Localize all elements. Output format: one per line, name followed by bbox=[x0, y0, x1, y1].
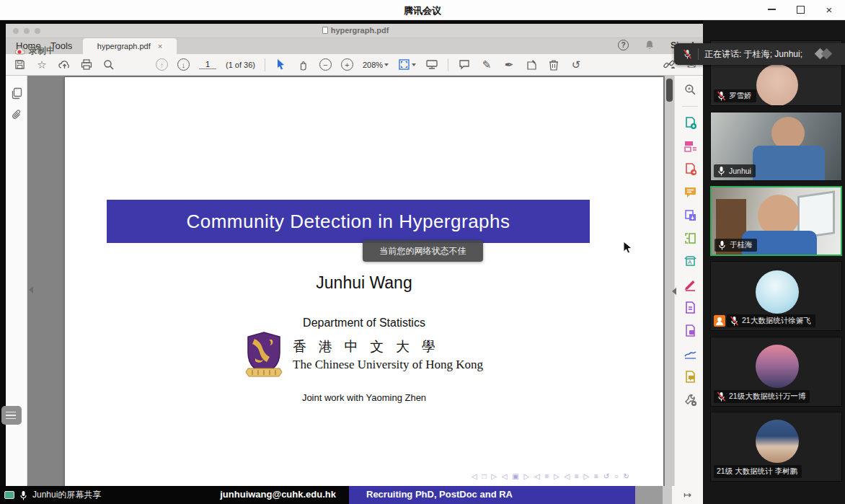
screen-share-icon bbox=[4, 491, 14, 499]
fill-sign-icon[interactable] bbox=[683, 278, 697, 291]
participant-tile[interactable]: 21级大数据统计万一博 bbox=[710, 337, 842, 407]
beamer-navigation[interactable]: ◁ □ ▷ ◁ ▣ ▷ ◁ ≡ ▷ ◁ ≡ ▷ ≡ ↺ ○ ↻ bbox=[472, 472, 631, 480]
banner-divider bbox=[698, 48, 699, 60]
acrobat-titlebar: hypergraph.pdf bbox=[6, 24, 705, 38]
acrobat-tabrow: Home Tools hypergraph.pdf × ? Sign In bbox=[6, 38, 705, 54]
meeting-title: 腾讯会议 bbox=[0, 4, 845, 17]
zoom-in-icon[interactable]: + bbox=[341, 58, 353, 71]
attachments-paperclip-icon[interactable] bbox=[11, 109, 22, 124]
participant-name: 21级大数据统计万一博 bbox=[729, 392, 805, 402]
scan-ocr-icon[interactable] bbox=[683, 231, 697, 245]
participant-tile[interactable]: Junhui bbox=[710, 112, 842, 181]
page-number-input[interactable] bbox=[199, 60, 216, 69]
zoom-level-value: 208% bbox=[363, 61, 383, 69]
previous-page-icon[interactable]: ↑ bbox=[156, 58, 168, 71]
participant-name: 21大数据统计徐箫飞 bbox=[742, 316, 811, 326]
mic-muted-icon bbox=[683, 49, 692, 59]
footline-recruiting-segment: Recruiting PhD, PostDoc and RA bbox=[349, 486, 635, 504]
mic-muted-icon bbox=[730, 316, 739, 326]
participant-tile[interactable]: 21大数据统计徐箫飞 bbox=[710, 261, 842, 331]
avatar bbox=[756, 420, 799, 463]
more-tools-icon[interactable] bbox=[683, 393, 697, 407]
tools-panel: A ↦ bbox=[674, 76, 705, 504]
edit-pdf-icon[interactable] bbox=[683, 301, 697, 314]
search-icon[interactable] bbox=[102, 58, 115, 71]
recording-label: 录制中 bbox=[29, 45, 55, 57]
print-icon[interactable] bbox=[80, 58, 93, 71]
speaking-banner: 正在讲话: 于桂海; Junhui; bbox=[674, 43, 845, 65]
footline-panel-filler: ↦ bbox=[672, 486, 703, 504]
participants-sidebar: 罗雪娇 Junhui 于桂海 bbox=[703, 20, 845, 504]
export-office-icon[interactable] bbox=[683, 324, 697, 337]
zoom-level-dropdown[interactable]: 208% bbox=[363, 61, 389, 69]
screen-share-label: Junhui的屏幕共享 bbox=[4, 489, 101, 501]
collapse-left-panel-icon[interactable] bbox=[29, 286, 33, 293]
restore-button[interactable] bbox=[795, 4, 806, 15]
slide-title: Community Detection in Hypergraphs bbox=[186, 211, 510, 233]
mic-muted-icon bbox=[717, 91, 726, 101]
certificates-sign-icon[interactable] bbox=[683, 347, 697, 361]
compress-pdf-icon[interactable]: A bbox=[683, 255, 697, 268]
participant-name: 21级 大数据统计 李树鹏 bbox=[717, 467, 797, 477]
export-pdf-icon[interactable] bbox=[683, 162, 697, 176]
fit-page-dropdown[interactable] bbox=[398, 58, 416, 71]
cuhk-logo bbox=[245, 331, 283, 379]
mouse-cursor bbox=[623, 241, 632, 255]
comment-icon[interactable] bbox=[458, 58, 471, 71]
help-icon[interactable]: ? bbox=[618, 40, 629, 50]
mic-on-icon bbox=[717, 240, 727, 250]
acrobat-toolbar: ☆ ↑ ↓ (1 of 36) − + 208% bbox=[6, 54, 705, 76]
presentation-display-icon[interactable] bbox=[425, 58, 438, 71]
tab-close-icon[interactable]: × bbox=[158, 42, 162, 50]
avatar bbox=[756, 270, 799, 314]
footer-recruiting: Recruiting PhD, PostDoc and RA bbox=[366, 489, 513, 500]
organize-pages-icon[interactable] bbox=[683, 208, 697, 222]
participant-tile[interactable]: 21级 大数据统计 李树鹏 bbox=[710, 412, 842, 482]
window-controls: × bbox=[766, 4, 835, 15]
meeting-titlebar: 腾讯会议 × bbox=[0, 0, 845, 20]
toolbar-divider bbox=[448, 58, 448, 71]
speaking-banner-text: 正在讲话: 于桂海; Junhui; bbox=[704, 48, 802, 61]
fit-page-icon bbox=[398, 58, 410, 71]
hand-tool-icon[interactable] bbox=[297, 58, 310, 71]
participant-tile-speaking[interactable]: 于桂海 bbox=[710, 186, 842, 256]
footer-email: junhuiwang@cuhk.edu.hk bbox=[220, 489, 336, 500]
tab-document[interactable]: hypergraph.pdf × bbox=[83, 38, 177, 54]
undo-rotate-icon[interactable]: ↺ bbox=[570, 58, 583, 71]
notifications-bell-icon[interactable] bbox=[645, 40, 655, 50]
joint-work-line: Joint work with Yaoming Zhen bbox=[65, 392, 663, 403]
sign-pen-icon[interactable]: ✒ bbox=[503, 58, 516, 71]
highlighter-pencil-icon[interactable]: ✎ bbox=[480, 58, 493, 71]
slide-footline: junhuiwang@cuhk.edu.hk Recruiting PhD, P… bbox=[0, 486, 703, 504]
zoom-out-icon[interactable]: − bbox=[319, 58, 332, 71]
open-panel-arrow-icon[interactable]: ↦ bbox=[683, 490, 691, 500]
network-status-toast: 当前您的网络状态不佳 bbox=[363, 240, 483, 262]
tencent-meeting-logo bbox=[813, 48, 838, 60]
share-label-text: Junhui的屏幕共享 bbox=[32, 489, 101, 501]
slide-page: Community Detection in Hypergraphs Junhu… bbox=[65, 77, 663, 488]
create-pdf-icon[interactable] bbox=[683, 116, 697, 130]
participant-name: 于桂海 bbox=[730, 240, 753, 250]
chevron-down-icon bbox=[412, 63, 416, 66]
star-favorites-icon[interactable]: ☆ bbox=[35, 58, 48, 71]
page-count-label: (1 of 36) bbox=[226, 61, 255, 69]
meeting-toolbar-toggle-button[interactable] bbox=[1, 406, 22, 425]
select-cursor-icon[interactable] bbox=[275, 58, 288, 71]
scrollbar-thumb[interactable] bbox=[666, 79, 673, 102]
send-for-comments-icon[interactable] bbox=[683, 370, 697, 384]
recording-indicator: 录制中 bbox=[14, 45, 55, 57]
delete-trash-icon[interactable] bbox=[547, 58, 560, 71]
comment-tool-icon[interactable] bbox=[683, 185, 697, 199]
close-button[interactable]: × bbox=[823, 4, 835, 15]
collapse-tools-panel-icon[interactable] bbox=[672, 288, 676, 295]
stamp-icon[interactable] bbox=[525, 58, 538, 71]
next-page-icon[interactable]: ↓ bbox=[177, 58, 190, 71]
svg-text:A: A bbox=[688, 259, 692, 265]
minimize-button[interactable] bbox=[766, 4, 777, 15]
document-area[interactable]: Community Detection in Hypergraphs Junhu… bbox=[27, 76, 665, 504]
share-cloud-icon[interactable] bbox=[58, 58, 71, 71]
save-icon[interactable] bbox=[13, 58, 26, 71]
search-tool-icon[interactable] bbox=[683, 83, 697, 97]
combine-files-icon[interactable] bbox=[683, 139, 697, 153]
page-thumbnails-icon[interactable] bbox=[11, 87, 22, 102]
